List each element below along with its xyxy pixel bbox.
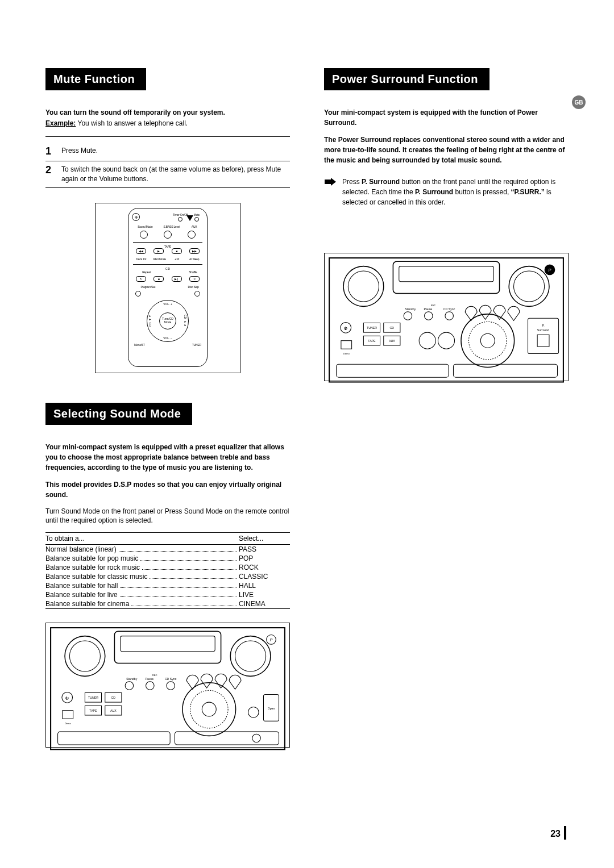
svg-text:Surround: Surround: [537, 328, 549, 332]
table-row: Balance suitable for classic musicCLASSI…: [45, 572, 290, 581]
svg-point-51: [425, 312, 433, 320]
remote-button: ⤮: [189, 276, 200, 282]
svg-point-6: [235, 641, 266, 671]
row-dots: [140, 560, 237, 561]
svg-text:TUNER: TUNER: [88, 696, 98, 699]
svg-point-68: [419, 332, 435, 349]
remote-label: AUX: [188, 225, 201, 228]
svg-rect-75: [453, 364, 557, 377]
row-value: CLASSIC: [239, 573, 290, 581]
sound-mode-para2: This model provides D.S.P modes so that …: [45, 479, 290, 500]
svg-text:Demo: Demo: [65, 722, 72, 725]
table-row: Balance suitable for cinemaCINEMA: [45, 599, 290, 608]
step-number: 1: [45, 146, 61, 157]
svg-rect-34: [58, 732, 171, 745]
svg-point-41: [348, 271, 379, 302]
svg-text:Open: Open: [268, 707, 275, 710]
row-label: Normal balance (linear): [45, 545, 117, 553]
text-bold: P. Surround: [415, 188, 453, 196]
table-row: Balance suitable for rock musicROCK: [45, 563, 290, 572]
row-label: Balance suitable for hall: [45, 582, 118, 590]
row-dots: [142, 569, 237, 570]
row-label: Balance suitable for cinema: [45, 600, 129, 608]
psurr-para1: Your mini-compact system is equipped wit…: [324, 107, 569, 128]
remote-label: VOL. +: [163, 302, 172, 306]
remote-control-illustration: ⏻ Timer On/Off Mute Sound Mode S.BASS Le…: [95, 203, 240, 373]
svg-point-15: [167, 682, 175, 690]
svg-text:Pause: Pause: [145, 677, 154, 681]
row-dots: [131, 606, 237, 606]
sound-mode-para3: Turn Sound Mode on the front panel or Pr…: [45, 507, 290, 526]
row-dots: [119, 551, 237, 552]
svg-rect-2: [121, 636, 215, 652]
left-column: Mute Function You can turn the sound off…: [45, 68, 290, 748]
svg-point-3: [65, 636, 105, 677]
row-label: Balance suitable for rock music: [45, 564, 140, 571]
text: button is pressed,: [453, 188, 511, 196]
remote-button: ▶∥: [172, 276, 182, 282]
remote-button: ▶: [154, 248, 164, 254]
text-bold: P. Surround: [362, 178, 400, 186]
svg-text:⏻: ⏻: [344, 326, 347, 330]
row-dots: [150, 578, 237, 579]
stereo-front-panel-illustration: P Standby REC PauseCD Sync: [45, 623, 290, 748]
remote-label: CD ►►: [184, 315, 187, 327]
remote-button: [194, 291, 200, 297]
row-value: PASS: [239, 545, 290, 553]
svg-point-69: [438, 332, 454, 349]
row-value: HALL: [239, 582, 290, 590]
svg-rect-37: [329, 258, 563, 382]
svg-point-36: [252, 734, 261, 742]
svg-point-13: [125, 682, 134, 690]
step-text: Press Mute.: [61, 146, 290, 156]
remote-button: ■: [154, 276, 164, 282]
remote-label: Mono/ST: [134, 343, 145, 347]
row-value: ROCK: [239, 564, 290, 571]
mute-steps: 1 Press Mute. 2 To switch the sound back…: [45, 143, 290, 187]
table-row: Balance suitable for liveLIVE: [45, 590, 290, 599]
remote-label: Sound Mode: [134, 225, 156, 228]
svg-point-54: [469, 322, 507, 360]
svg-rect-73: [537, 335, 549, 347]
remote-label: Program/Set: [136, 285, 159, 289]
svg-point-43: [514, 271, 545, 302]
sound-mode-table: To obtain a... Select... Normal balance …: [45, 532, 290, 609]
remote-label: Repeat: [139, 270, 155, 274]
remote-button: [140, 231, 148, 239]
pointer-arrow-icon: [324, 178, 337, 186]
svg-point-5: [230, 636, 271, 677]
remote-button: [188, 231, 196, 239]
remote-label: TUNER: [192, 343, 201, 347]
stereo-front-panel-illustration-right: P Standby REC PauseCD Sync ⏻ TUNER: [324, 253, 569, 381]
step-row: 1 Press Mute.: [45, 143, 290, 161]
svg-text:CD: CD: [390, 326, 395, 329]
remote-label: Deck 1/2: [133, 257, 149, 261]
remote-dpad: VOL. + VOL. − CD ◄◄ CD ►► Tune/CD Mode: [147, 300, 189, 342]
remote-label: +10: [170, 257, 184, 261]
svg-text:Pause: Pause: [424, 307, 432, 311]
psurr-para2: The Power Surround replaces conventional…: [324, 135, 569, 165]
svg-point-42: [509, 266, 549, 307]
row-label: Balance suitable for classic music: [45, 573, 147, 581]
sound-mode-heading: Selecting Sound Mode: [45, 403, 192, 425]
svg-text:P.: P.: [542, 324, 544, 327]
svg-text:P: P: [270, 637, 273, 642]
remote-label: S.BASS Level: [161, 225, 182, 228]
remote-button: ▶▶: [189, 248, 200, 254]
row-dots: [120, 596, 237, 597]
remote-label: Disc Skip: [179, 285, 199, 289]
svg-text:Standby: Standby: [405, 307, 416, 311]
row-value: POP: [239, 554, 290, 562]
svg-text:TAPE: TAPE: [368, 339, 376, 343]
sound-mode-section: Selecting Sound Mode Your mini-compact s…: [45, 403, 290, 748]
table-head-select: Select...: [239, 535, 290, 542]
step-row: 2 To switch the sound back on (at the sa…: [45, 161, 290, 188]
svg-rect-29: [63, 711, 73, 719]
step-text: To switch the sound back on (at the same…: [61, 165, 290, 184]
table-head-obtain: To obtain a...: [45, 535, 239, 542]
svg-point-55: [480, 333, 495, 348]
mute-function-heading: Mute Function: [45, 68, 146, 90]
text: Press: [342, 178, 362, 186]
remote-label: REV.Mode: [152, 257, 168, 261]
example-text: You wish to answer a telephone call.: [76, 119, 188, 127]
